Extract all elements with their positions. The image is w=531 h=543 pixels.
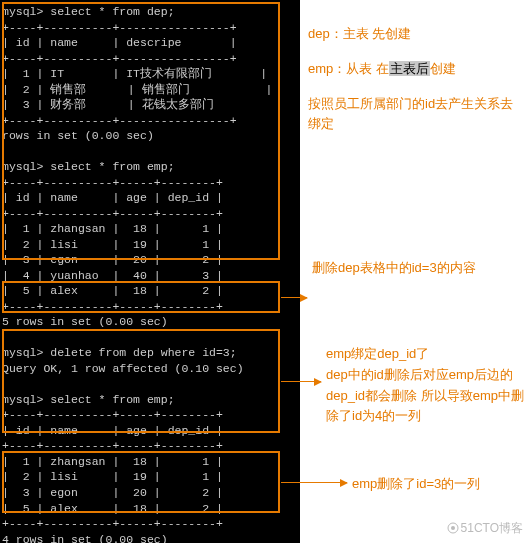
annot-line: 按照员工所属部门的id去产生关系去绑定: [308, 94, 518, 136]
arrow-4: [281, 482, 347, 483]
terminal: mysql> select * from dep; +----+--------…: [0, 0, 300, 543]
annotation-2: 删除dep表格中的id=3的内容: [312, 258, 522, 279]
watermark: 51CTO博客: [447, 520, 523, 537]
annotation-4: emp删除了id=3的一列: [352, 474, 531, 495]
arrow-2: [281, 297, 307, 298]
annot-line: dep：主表 先创建: [308, 24, 518, 45]
annotation-3: emp绑定dep_id了 dep中的id删除后对应emp后边的dep_id都会删…: [326, 344, 526, 427]
arrow-3: [281, 381, 321, 382]
annotation-1: dep：主表 先创建 emp：从表 在主表后创建 按照员工所属部门的id去产生关…: [308, 24, 518, 135]
svg-point-1: [451, 526, 455, 530]
annot-line: emp：从表 在主表后创建: [308, 59, 518, 80]
